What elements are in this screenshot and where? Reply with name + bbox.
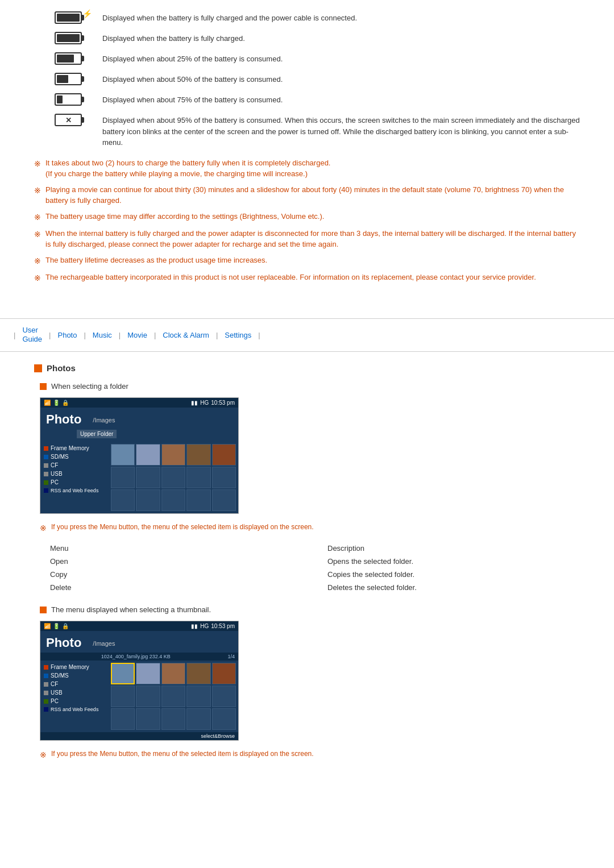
nav-link-settings[interactable]: Settings xyxy=(220,331,256,339)
note-text-thumbnail: If you press the Menu button, the menu o… xyxy=(51,750,314,758)
mockup-thumb-empty xyxy=(136,686,160,707)
mockup-thumb-empty xyxy=(186,708,210,730)
mockup-thumb-empty xyxy=(186,489,210,511)
mockup-thumb xyxy=(136,444,160,466)
nav-link-photo[interactable]: Photo xyxy=(53,331,81,339)
note-text-folder: If you press the Menu button, the menu o… xyxy=(51,523,314,531)
battery-desc: Displayed when about 50% of the battery … xyxy=(102,73,580,85)
mockup-thumb-empty xyxy=(136,489,160,511)
mockup-thumb-empty xyxy=(161,708,185,730)
note-symbol: ※ xyxy=(34,272,41,284)
mockup-thumb-empty xyxy=(111,489,135,511)
battery-50-icon xyxy=(55,73,82,85)
mockup-thumb-empty xyxy=(111,708,135,730)
mockup-signal-icon: 📶 xyxy=(44,400,51,406)
mockup-sidebar-dot xyxy=(44,455,48,459)
mockup-sidebar-item: CF xyxy=(44,681,105,687)
mockup-thumb-empty xyxy=(111,686,135,707)
mockup-sidebar-label: Frame Memory xyxy=(51,445,89,451)
mockup-sidebar-item: CF xyxy=(44,462,105,468)
subsection-title-thumbnail: The menu displayed when selecting a thum… xyxy=(51,605,211,614)
mockup-network-icon-2: HG xyxy=(200,623,209,629)
note-item: ※ Playing a movie can continue for about… xyxy=(34,184,580,206)
note-symbol: ※ xyxy=(34,255,41,267)
subsection-title-folder: When selecting a folder xyxy=(51,382,128,391)
section-header-photos: Photos xyxy=(34,363,580,373)
battery-full-charging-icon xyxy=(55,11,82,24)
mockup-body: Frame Memory SD/MS CF USB xyxy=(40,442,238,513)
subsection-header-thumbnail: The menu displayed when selecting a thum… xyxy=(40,605,580,614)
mockup-statusbar-right: ▮▮ HG 10:53 pm xyxy=(191,400,235,406)
menu-table-folder: Menu Description Open Opens the selected… xyxy=(45,542,482,594)
note-text: The battery lifetime decreases as the pr… xyxy=(45,255,267,266)
screenshot-mockup-thumbnail: 📶 🔋 🔒 ▮▮ HG 10:53 pm Photo /Images 1024_… xyxy=(40,621,239,741)
nav-separator: | xyxy=(119,331,121,339)
mockup-wifi-icon-2: ▮▮ xyxy=(191,623,198,629)
mockup-folder-label: Upper Folder xyxy=(77,430,117,438)
table-cell-menu: Copy xyxy=(45,568,114,581)
mockup-sidebar-label: USB xyxy=(51,690,63,696)
mockup-battery-indicator-2: 🔋 xyxy=(53,623,60,629)
battery-icon-cell: ⚡ xyxy=(34,11,102,24)
table-cell-desc: Copies the selected folder. xyxy=(323,568,482,581)
nav-link-music[interactable]: Music xyxy=(88,331,117,339)
subsection-header-folder: When selecting a folder xyxy=(40,382,580,391)
mockup-sidebar-dot xyxy=(44,463,48,468)
nav-link-clock-alarm[interactable]: Clock & Alarm xyxy=(158,331,214,339)
mockup-lock-icon-2: 🔒 xyxy=(62,623,69,629)
nav-link-movie[interactable]: Movie xyxy=(123,331,152,339)
mockup-thumb-empty xyxy=(136,708,160,730)
mockup-thumb-empty xyxy=(111,467,135,488)
mockup-sidebar-label: CF xyxy=(51,681,58,687)
table-row: Open Opens the selected folder. xyxy=(45,555,482,568)
mockup-thumb-empty xyxy=(161,686,185,707)
subsection-icon-thumbnail xyxy=(40,607,47,613)
battery-desc: Displayed when about 75% of the battery … xyxy=(102,93,580,106)
battery-row: Displayed when about 25% of the battery … xyxy=(34,52,580,65)
table-cell-empty xyxy=(114,568,323,581)
mockup-thumb xyxy=(136,663,160,684)
mockup-info-row: 1024_400_family.jpg 232.4 KB 1/4 xyxy=(40,653,238,661)
battery-icon-cell xyxy=(34,32,102,44)
battery-table: ⚡ Displayed when the battery is fully ch… xyxy=(34,11,580,148)
battery-row: Displayed when about 75% of the battery … xyxy=(34,93,580,106)
orange-note-thumbnail: ※ If you press the Menu button, the menu… xyxy=(40,750,574,759)
note-text: Playing a movie can continue for about t… xyxy=(45,184,580,206)
mockup-sidebar-item: Frame Memory xyxy=(44,664,105,670)
battery-desc: Displayed when the battery is fully char… xyxy=(102,11,580,24)
orange-note-folder: ※ If you press the Menu button, the menu… xyxy=(40,523,574,533)
notes-list: ※ It takes about two (2) hours to charge… xyxy=(34,157,580,284)
note-item: ※ When the internal battery is fully cha… xyxy=(34,228,580,250)
note-symbol: ※ xyxy=(34,185,41,197)
photos-section: Photos When selecting a folder 📶 🔋 🔒 ▮▮ … xyxy=(0,352,614,780)
mockup-time: 10:53 pm xyxy=(211,400,235,406)
note-text: The rechargeable battery incorporated in… xyxy=(45,272,536,283)
mockup-thumb-empty xyxy=(186,467,210,488)
mockup-sidebar-item: RSS and Web Feeds xyxy=(44,707,105,712)
mockup-sidebar-label: USB xyxy=(51,471,63,477)
mockup-thumb-empty xyxy=(161,467,185,488)
battery-25-icon xyxy=(55,93,82,106)
section-icon-photos xyxy=(34,364,42,372)
mockup-lock-icon: 🔒 xyxy=(62,400,69,406)
table-cell-menu: Open xyxy=(45,555,114,568)
mockup-sidebar-label: CF xyxy=(51,462,58,468)
mockup-statusbar-2: 📶 🔋 🔒 ▮▮ HG 10:53 pm xyxy=(40,621,238,631)
mockup-sidebar-dot xyxy=(44,480,48,485)
mockup-sidebar-dot xyxy=(44,707,48,712)
battery-75-icon xyxy=(55,52,82,65)
nav-separator: | xyxy=(258,331,260,339)
battery-row: Displayed when the battery is fully char… xyxy=(34,32,580,44)
mockup-sidebar-2: Frame Memory SD/MS CF USB xyxy=(40,661,109,732)
battery-icon-cell xyxy=(34,93,102,106)
mockup-signal-icon-2: 📶 xyxy=(44,623,51,629)
mockup-thumb xyxy=(186,663,210,684)
mockup-thumb xyxy=(111,444,135,466)
nav-link-user-guide[interactable]: UserGuide xyxy=(18,326,47,345)
battery-desc: Displayed when about 25% of the battery … xyxy=(102,52,580,65)
mockup-sidebar-item: PC xyxy=(44,479,105,485)
mockup-thumb-empty xyxy=(186,686,210,707)
mockup-sidebar-dot xyxy=(44,699,48,704)
battery-desc: Displayed when the battery is fully char… xyxy=(102,32,580,44)
navigation-bar: | UserGuide | Photo | Music | Movie | Cl… xyxy=(0,319,614,352)
